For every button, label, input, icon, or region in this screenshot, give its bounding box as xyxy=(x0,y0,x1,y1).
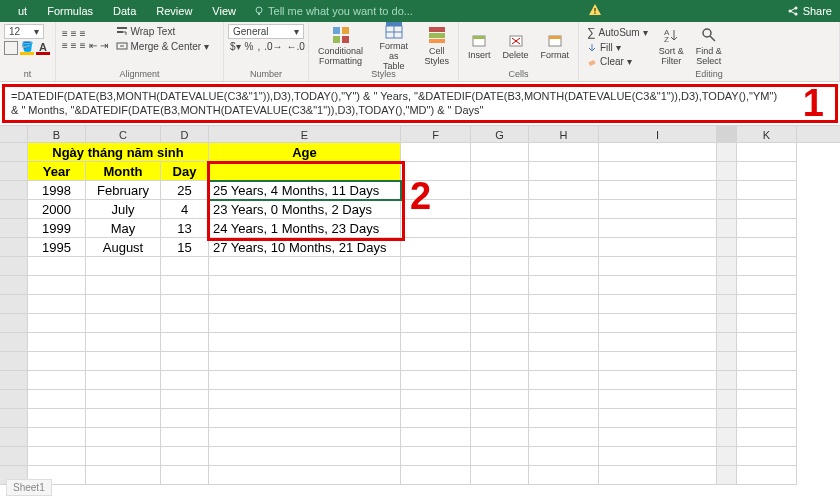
cell[interactable] xyxy=(209,295,401,314)
cell[interactable] xyxy=(401,238,471,257)
cell[interactable] xyxy=(86,314,161,333)
tab-formulas[interactable]: Formulas xyxy=(37,0,103,22)
cell[interactable] xyxy=(401,428,471,447)
cell[interactable] xyxy=(737,276,797,295)
clear-button[interactable]: Clear ▾ xyxy=(583,55,652,68)
sheet-tab[interactable]: Sheet1 xyxy=(6,479,52,496)
cell[interactable] xyxy=(161,390,209,409)
cell[interactable] xyxy=(529,276,599,295)
format-button[interactable]: Format xyxy=(536,30,575,62)
cell[interactable] xyxy=(529,333,599,352)
cell[interactable] xyxy=(209,428,401,447)
cell[interactable] xyxy=(28,371,86,390)
row-header[interactable] xyxy=(0,409,28,428)
cell[interactable] xyxy=(737,390,797,409)
find-select-button[interactable]: Find & Select xyxy=(691,24,727,68)
cell[interactable]: February xyxy=(86,181,161,200)
percent-button[interactable]: % xyxy=(245,41,254,52)
conditional-formatting-button[interactable]: Conditional Formatting xyxy=(313,24,368,68)
cell[interactable] xyxy=(529,257,599,276)
cell[interactable] xyxy=(401,143,471,162)
align-top-icon[interactable]: ≡ xyxy=(62,28,68,39)
cell[interactable] xyxy=(529,200,599,219)
row-header[interactable] xyxy=(0,257,28,276)
cell[interactable] xyxy=(161,466,209,485)
col-header-d[interactable]: D xyxy=(161,126,209,142)
cell[interactable] xyxy=(599,219,717,238)
cell[interactable] xyxy=(599,257,717,276)
cell[interactable] xyxy=(209,466,401,485)
cell[interactable]: 1995 xyxy=(28,238,86,257)
cell[interactable] xyxy=(599,333,717,352)
cell[interactable] xyxy=(401,466,471,485)
cell[interactable] xyxy=(209,447,401,466)
cell[interactable] xyxy=(599,181,717,200)
cell[interactable] xyxy=(737,428,797,447)
cell[interactable] xyxy=(471,295,529,314)
cell[interactable] xyxy=(161,352,209,371)
row-header[interactable] xyxy=(0,314,28,333)
cell[interactable] xyxy=(737,295,797,314)
cell[interactable] xyxy=(401,447,471,466)
col-header-e[interactable]: E xyxy=(209,126,401,142)
cell[interactable] xyxy=(209,371,401,390)
tell-me-search[interactable]: Tell me what you want to do... xyxy=(246,5,413,17)
formula-bar[interactable]: =DATEDIF(DATE(B3,MONTH(DATEVALUE(C3&"1")… xyxy=(2,84,838,123)
cell[interactable] xyxy=(737,143,797,162)
cell[interactable]: August xyxy=(86,238,161,257)
row-header[interactable] xyxy=(0,428,28,447)
cell[interactable] xyxy=(28,295,86,314)
cell[interactable] xyxy=(471,409,529,428)
cell[interactable] xyxy=(28,276,86,295)
row-header[interactable] xyxy=(0,276,28,295)
cell[interactable] xyxy=(599,447,717,466)
row-header[interactable] xyxy=(0,390,28,409)
cell[interactable] xyxy=(161,371,209,390)
row-header[interactable] xyxy=(0,143,28,162)
cell[interactable] xyxy=(86,257,161,276)
cell[interactable] xyxy=(161,276,209,295)
cell[interactable]: 4 xyxy=(161,200,209,219)
cell[interactable] xyxy=(599,428,717,447)
align-right-icon[interactable]: ≡ xyxy=(80,40,86,51)
cell[interactable] xyxy=(28,257,86,276)
cell[interactable] xyxy=(28,390,86,409)
cell[interactable] xyxy=(737,162,797,181)
row-header[interactable] xyxy=(0,238,28,257)
cell[interactable]: 23 Years, 0 Months, 2 Days xyxy=(209,200,401,219)
cell[interactable] xyxy=(529,428,599,447)
cell[interactable] xyxy=(737,219,797,238)
cell[interactable] xyxy=(86,428,161,447)
cell[interactable] xyxy=(737,314,797,333)
sort-filter-button[interactable]: AZSort & Filter xyxy=(654,24,689,68)
cell[interactable]: 27 Years, 10 Months, 21 Days xyxy=(209,238,401,257)
cell[interactable] xyxy=(401,219,471,238)
cell[interactable] xyxy=(209,333,401,352)
cell[interactable] xyxy=(529,143,599,162)
cell[interactable] xyxy=(529,314,599,333)
select-all-corner[interactable] xyxy=(0,126,28,142)
cell[interactable] xyxy=(599,276,717,295)
align-left-icon[interactable]: ≡ xyxy=(62,40,68,51)
cell[interactable] xyxy=(28,428,86,447)
cell[interactable] xyxy=(401,333,471,352)
cell[interactable] xyxy=(401,276,471,295)
cell[interactable] xyxy=(599,143,717,162)
cell[interactable] xyxy=(161,409,209,428)
cell[interactable] xyxy=(737,447,797,466)
cell[interactable] xyxy=(599,352,717,371)
row-header[interactable] xyxy=(0,371,28,390)
cell[interactable] xyxy=(529,181,599,200)
cell[interactable] xyxy=(28,333,86,352)
cell[interactable] xyxy=(529,162,599,181)
merge-center-button[interactable]: Merge & Center ▾ xyxy=(112,39,214,53)
row-header[interactable] xyxy=(0,162,28,181)
border-button[interactable] xyxy=(4,41,18,55)
cell[interactable]: 13 xyxy=(161,219,209,238)
cell[interactable] xyxy=(471,352,529,371)
row-header[interactable] xyxy=(0,295,28,314)
cell[interactable] xyxy=(161,257,209,276)
cell[interactable] xyxy=(209,390,401,409)
cell[interactable] xyxy=(401,295,471,314)
row-header[interactable] xyxy=(0,447,28,466)
